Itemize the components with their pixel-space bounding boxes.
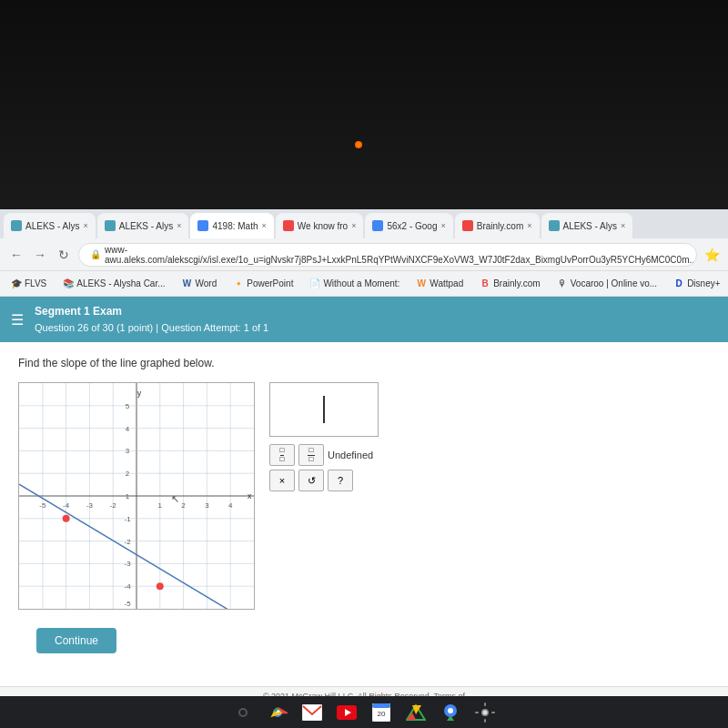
wattpad-icon: W xyxy=(416,278,427,289)
math-row-1: □ □ □ □ Undefined xyxy=(269,444,379,466)
refresh-button[interactable]: ↻ xyxy=(55,246,73,264)
tab-label-7: ALEKS - Alys xyxy=(563,221,617,231)
svg-rect-47 xyxy=(372,703,390,708)
answer-box[interactable] xyxy=(269,382,379,437)
hamburger-menu[interactable]: ☰ xyxy=(11,311,24,329)
svg-rect-58 xyxy=(484,719,486,723)
svg-point-53 xyxy=(448,708,453,713)
address-bar: ← → ↻ 🔒 www-awu.aleks.com/alekscgi/x/isl… xyxy=(0,238,728,271)
question-text: Find the slope of the line graphed below… xyxy=(18,357,710,369)
tab-label-2: ALEKS - Alys xyxy=(119,221,173,231)
tab-label-4: We know fro xyxy=(298,221,348,231)
bookmark-vocaroo[interactable]: 🎙 Vocaroo | Online vo... xyxy=(553,277,661,291)
svg-text:1: 1 xyxy=(158,501,163,510)
tab-close-2[interactable]: × xyxy=(177,221,181,230)
tab-favicon-4 xyxy=(283,220,294,231)
bookmark-brainly[interactable]: B Brainly.com xyxy=(476,277,544,291)
bookmark-flvs-label: FLVS xyxy=(25,278,46,288)
tab-4[interactable]: We know fro × xyxy=(276,213,364,238)
tab-close-1[interactable]: × xyxy=(83,221,87,230)
tab-close-7[interactable]: × xyxy=(621,221,625,230)
tab-3[interactable]: 4198: Math × xyxy=(190,213,273,238)
bookmark-aleks[interactable]: 📚 ALEKS - Alysha Car... xyxy=(59,277,168,291)
tab-favicon-6 xyxy=(462,220,473,231)
bookmark-wattpad[interactable]: W Wattpad xyxy=(412,277,467,291)
tab-label-6: Brainly.com xyxy=(477,221,524,231)
svg-text:4: 4 xyxy=(228,501,233,510)
bookmark-wattpad-label: Wattpad xyxy=(430,278,463,288)
svg-rect-57 xyxy=(484,703,486,706)
svg-text:-4: -4 xyxy=(63,501,70,510)
bookmark-aleks-label: ALEKS - Alysha Car... xyxy=(76,278,165,288)
back-button[interactable]: ← xyxy=(7,246,25,264)
main-area: Find the slope of the line graphed below… xyxy=(0,342,728,686)
help-button[interactable]: ? xyxy=(328,470,353,491)
tab-label-1: ALEKS - Alys xyxy=(25,221,79,231)
tab-close-6[interactable]: × xyxy=(527,221,531,230)
word-icon: W xyxy=(182,278,193,289)
bookmark-vocaroo-label: Vocaroo | Online vo... xyxy=(571,278,657,288)
tab-1[interactable]: ALEKS - Alys × xyxy=(4,213,96,238)
svg-text:4: 4 xyxy=(126,425,130,433)
taskbar-gmail-icon[interactable] xyxy=(302,703,322,723)
answer-cursor xyxy=(323,396,325,423)
question-progress: Question 26 of 30 (1 point) | Question A… xyxy=(35,320,268,337)
svg-point-56 xyxy=(483,710,488,714)
bookmark-without[interactable]: 📄 Without a Moment: xyxy=(306,277,403,291)
bookmark-powerpoint[interactable]: 🔸 PowerPoint xyxy=(229,277,297,291)
bookmark-word[interactable]: W Word xyxy=(178,277,221,291)
svg-text:-5: -5 xyxy=(39,501,46,510)
brainly-icon: B xyxy=(480,278,490,289)
taskbar-youtube-icon[interactable] xyxy=(337,703,357,723)
physical-background xyxy=(0,0,728,209)
bookmark-without-label: Without a Moment: xyxy=(323,278,399,288)
point-2 xyxy=(157,582,164,590)
extensions-button[interactable]: ⭐ xyxy=(703,246,721,264)
tab-2[interactable]: ALEKS - Alys × xyxy=(97,213,189,238)
tab-close-4[interactable]: × xyxy=(351,221,356,230)
browser-window: ALEKS - Alys × ALEKS - Alys × 4198: Math… xyxy=(0,209,728,728)
graph-container: y 2 3 4 5 1 -1 -2 -3 -4 -5 xyxy=(18,382,255,610)
taskbar-calendar-icon[interactable]: 20 xyxy=(371,703,391,723)
bookmark-flvs[interactable]: 🎓 FLVS xyxy=(7,277,50,291)
taskbar-circle[interactable] xyxy=(233,703,253,723)
taskbar-chrome-icon[interactable] xyxy=(268,703,288,723)
vocaroo-icon: 🎙 xyxy=(557,278,568,289)
tab-7[interactable]: ALEKS - Alys × xyxy=(541,213,633,238)
math-toolbar: □ □ □ □ Undefined xyxy=(269,444,379,491)
svg-text:-2: -2 xyxy=(125,538,131,546)
forward-button[interactable]: → xyxy=(31,246,49,264)
bookmark-disney-label: Disney+ xyxy=(687,278,720,288)
fraction2-button[interactable]: □ □ xyxy=(298,444,324,466)
tab-6[interactable]: Brainly.com × xyxy=(455,213,540,238)
fraction-button[interactable]: □ □ xyxy=(269,444,295,466)
svg-text:2: 2 xyxy=(126,470,129,478)
svg-text:-3: -3 xyxy=(86,501,94,510)
svg-text:-4: -4 xyxy=(125,582,132,591)
tab-favicon-5 xyxy=(372,220,383,231)
continue-button[interactable]: Continue xyxy=(36,628,116,653)
svg-text:20: 20 xyxy=(378,710,386,718)
taskbar-drive-icon[interactable] xyxy=(406,703,426,723)
tab-5[interactable]: 56x2 - Goog × xyxy=(365,213,452,238)
svg-text:-1: -1 xyxy=(125,515,132,523)
flvs-icon: 🎓 xyxy=(11,278,22,289)
tab-close-5[interactable]: × xyxy=(440,221,445,230)
svg-text:-3: -3 xyxy=(125,560,132,568)
exam-title: Segment 1 Exam xyxy=(35,303,268,320)
taskbar-maps-icon[interactable] xyxy=(440,703,460,723)
page-content: ☰ Segment 1 Exam Question 26 of 30 (1 po… xyxy=(0,297,728,728)
undo-button[interactable]: ↺ xyxy=(298,470,324,491)
bookmark-word-label: Word xyxy=(196,278,217,288)
tab-favicon-3 xyxy=(197,220,208,231)
url-input[interactable]: 🔒 www-awu.aleks.com/alekscgi/x/isl.exe/1… xyxy=(78,243,697,267)
svg-rect-43 xyxy=(302,704,322,721)
tab-close-3[interactable]: × xyxy=(262,221,267,230)
bookmark-brainly-label: Brainly.com xyxy=(493,278,541,288)
undefined-label: Undefined xyxy=(328,450,373,460)
tab-favicon-2 xyxy=(105,220,116,231)
svg-text:↖: ↖ xyxy=(171,493,179,504)
taskbar-settings-icon[interactable] xyxy=(475,703,495,723)
bookmark-disney[interactable]: D Disney+ xyxy=(670,277,723,291)
clear-button[interactable]: × xyxy=(269,470,295,491)
